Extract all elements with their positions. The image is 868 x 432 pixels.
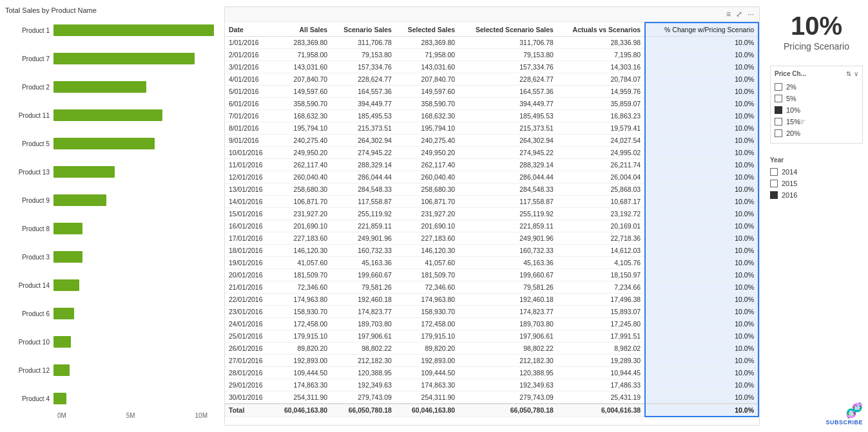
expand-icon[interactable]: ⤢: [736, 10, 742, 19]
table-cell: 279,743.09: [331, 391, 396, 404]
checkbox[interactable]: [770, 180, 778, 187]
bar-track: [53, 393, 214, 404]
table-total-cell: 60,046,163.80: [273, 404, 331, 417]
bar-row: Product 14: [5, 274, 214, 296]
more-icon[interactable]: ···: [747, 10, 754, 19]
table-cell: 10.0%: [645, 245, 758, 257]
table-cell: 24/01/2016: [225, 318, 273, 330]
checkbox[interactable]: [775, 129, 782, 137]
table-cell: 185,495.53: [459, 110, 557, 122]
price-slicer-item[interactable]: 10%: [775, 104, 858, 116]
table-cell: 255,119.92: [459, 208, 557, 220]
bar-chart: Product 1Product 7Product 2Product 11Pro…: [5, 19, 214, 409]
table-cell: 264,302.94: [459, 135, 557, 147]
table-cell: 254,311.90: [396, 391, 459, 404]
table-cell: 19/01/2016: [225, 257, 273, 269]
bar-fill: [53, 53, 195, 64]
year-slicer-item[interactable]: 2016: [770, 189, 863, 201]
table-cell: 1/01/2016: [225, 37, 273, 49]
table-cell: 215,373.51: [331, 122, 396, 135]
bar-track: [53, 194, 214, 206]
bar-row: Product 9: [5, 189, 214, 211]
bar-label: Product 14: [5, 282, 53, 289]
bar-fill: [53, 364, 70, 376]
table-cell: 240,275.40: [396, 135, 459, 147]
table-cell: 157,334.76: [459, 61, 557, 73]
table-cell: 71,958.00: [396, 49, 459, 61]
price-slicer-item[interactable]: 20%: [775, 127, 858, 139]
price-slicer-item[interactable]: 2%: [775, 81, 858, 93]
table-cell: 262,117.40: [273, 159, 331, 171]
checkbox[interactable]: [770, 168, 778, 176]
table-row: 8/01/2016195,794.10215,373.51195,794.102…: [225, 122, 758, 135]
bar-row: Product 1: [5, 19, 214, 41]
table-cell: 15/01/2016: [225, 208, 273, 220]
bar-fill: [53, 336, 71, 348]
table-cell: 15,893.07: [557, 306, 645, 318]
checkbox[interactable]: [775, 83, 782, 91]
price-slicer-items: 2%5%10%15%☞20%: [775, 81, 858, 139]
bar-row: Product 3: [5, 246, 214, 268]
price-slicer-item[interactable]: 5%: [775, 93, 858, 104]
table-cell: 28/01/2016: [225, 367, 273, 379]
bar-track: [53, 81, 214, 93]
table-cell: 192,893.00: [273, 355, 331, 367]
menu-icon[interactable]: ≡: [726, 10, 731, 19]
table-cell: 192,349.63: [459, 379, 557, 391]
bar-label: Product 11: [5, 112, 53, 119]
table-row: 17/01/2016227,183.60249,901.96227,183.60…: [225, 232, 758, 245]
table-cell: 199,660.67: [459, 269, 557, 281]
table-cell: 117,558.87: [459, 196, 557, 208]
year-slicer-item[interactable]: 2015: [770, 178, 863, 189]
table-cell: 258,680.30: [273, 183, 331, 196]
table-cell: 25,868.03: [557, 183, 645, 196]
table-cell: 221,859.11: [459, 220, 557, 232]
year-slicer-item-label: 2014: [782, 168, 797, 176]
year-slicer-item[interactable]: 2014: [770, 166, 863, 178]
price-slicer-item[interactable]: 15%☞: [775, 116, 858, 127]
bar-fill: [53, 194, 106, 206]
table-cell: 72,346.60: [396, 281, 459, 294]
table-row: 2/01/201671,958.0079,153.8071,958.0079,1…: [225, 49, 758, 61]
table-cell: 201,690.10: [273, 220, 331, 232]
checkbox[interactable]: [775, 106, 782, 114]
subscribe-label[interactable]: SUBSCRIBE: [825, 419, 863, 426]
slicer-expand-icon[interactable]: ∨: [854, 70, 858, 77]
table-total-cell: 10.0%: [645, 404, 758, 417]
bar-label: Product 4: [5, 395, 53, 402]
table-row: 26/01/201689,820.2098,802.2289,820.2098,…: [225, 343, 758, 355]
data-table-panel: ≡ ⤢ ··· DateAll SalesScenario SalesSelec…: [224, 6, 760, 426]
table-header: % Change w/Pricing Scenario: [645, 23, 758, 37]
table-cell: 192,460.18: [459, 294, 557, 306]
table-cell: 212,182.30: [459, 355, 557, 367]
year-slicer-item-label: 2015: [782, 180, 797, 187]
table-cell: 179,915.10: [273, 330, 331, 343]
subscribe-icon[interactable]: 🧬: [845, 402, 863, 419]
table-cell: 79,153.80: [331, 49, 396, 61]
table-cell: 23/01/2016: [225, 306, 273, 318]
table-header: Selected Sales: [396, 23, 459, 37]
table-header: Actuals vs Scenarios: [557, 23, 645, 37]
checkbox[interactable]: [775, 118, 782, 126]
table-cell: 10.0%: [645, 367, 758, 379]
table-cell: 10/01/2016: [225, 147, 273, 159]
bar-track: [53, 279, 214, 291]
bar-row: Product 7: [5, 48, 214, 70]
table-cell: 25,431.19: [557, 391, 645, 404]
table-cell: 10.0%: [645, 49, 758, 61]
table-cell: 10.0%: [645, 220, 758, 232]
chart-title: Total Sales by Product Name: [5, 6, 214, 14]
checkbox[interactable]: [770, 191, 778, 199]
table-toolbar: ≡ ⤢ ···: [225, 7, 759, 22]
table-cell: 35,859.07: [557, 98, 645, 110]
slicer-sort-icon[interactable]: ⇅: [846, 70, 851, 77]
data-table: DateAll SalesScenario SalesSelected Sale…: [225, 22, 759, 417]
checkbox[interactable]: [775, 95, 782, 102]
table-cell: 172,458.00: [273, 318, 331, 330]
table-cell: 24,995.02: [557, 147, 645, 159]
table-row: 16/01/2016201,690.10221,859.11201,690.10…: [225, 220, 758, 232]
table-cell: 168,632.30: [396, 110, 459, 122]
table-cell: 197,906.61: [459, 330, 557, 343]
bar-row: Product 5: [5, 133, 214, 155]
table-row: 6/01/2016358,590.70394,449.77358,590.703…: [225, 98, 758, 110]
